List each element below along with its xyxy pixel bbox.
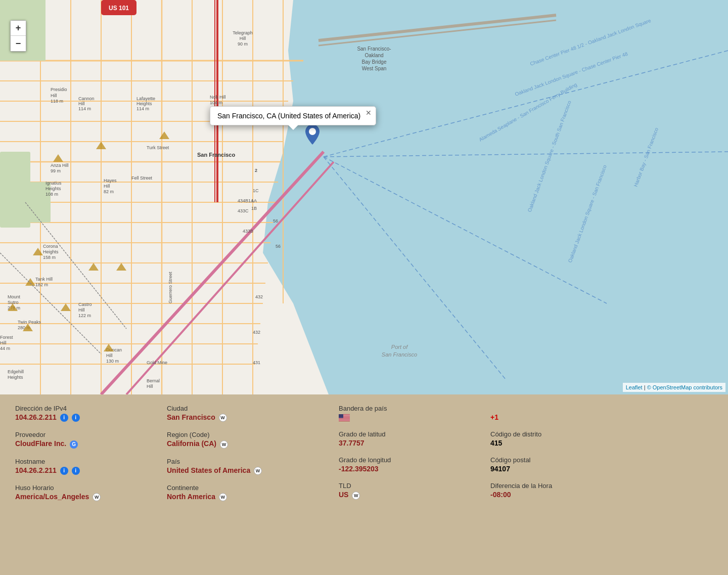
svg-text:Hill: Hill xyxy=(104,184,110,189)
svg-rect-138 xyxy=(339,418,350,419)
svg-text:Twin Peaks: Twin Peaks xyxy=(18,320,41,325)
region-label: Region (Code) xyxy=(167,431,318,438)
tld-group: TLD US W xyxy=(339,482,470,499)
timezone-group: Huso Horario America/Los_Angeles W xyxy=(15,484,147,501)
continent-wiki-icon[interactable]: W xyxy=(219,493,227,501)
ipv4-value: 104.26.2.211 i i xyxy=(15,413,147,422)
ipv4-info-icon-1[interactable]: i xyxy=(60,414,68,422)
svg-text:108 m: 108 m xyxy=(46,192,58,197)
zoom-out-button[interactable]: − xyxy=(11,36,26,51)
country-value: United States of America W xyxy=(167,466,318,475)
svg-text:San Francisco-: San Francisco- xyxy=(357,46,391,52)
map-popup: San Francisco, CA (United States of Amer… xyxy=(210,106,376,125)
tld-wiki-icon[interactable]: W xyxy=(352,492,360,500)
time-diff-label: Diferencia de la Hora xyxy=(490,482,632,490)
info-col4: +1 Código de distrito 415 Código postal … xyxy=(490,405,632,524)
map-container[interactable]: US 101 San Francisco Presidio Hill 118 m… xyxy=(0,0,728,394)
timezone-wiki-icon[interactable]: W xyxy=(93,493,101,501)
postal-code-value: 94107 xyxy=(490,465,632,473)
svg-text:82 m: 82 m xyxy=(104,189,114,194)
svg-text:Fell Street: Fell Street xyxy=(131,175,153,181)
popup-close-button[interactable]: ✕ xyxy=(366,109,372,116)
svg-text:Heights: Heights xyxy=(46,186,61,191)
svg-text:San Francisco: San Francisco xyxy=(382,351,417,358)
ipv4-label: Dirección de IPv4 xyxy=(15,405,147,412)
svg-point-130 xyxy=(309,128,316,135)
ipv4-info-icon-2[interactable]: i xyxy=(72,414,80,422)
zoom-in-button[interactable]: + xyxy=(11,21,26,36)
continent-value: North America W xyxy=(167,493,318,501)
provider-google-icon[interactable]: G xyxy=(70,440,78,449)
time-diff-group: Diferencia de la Hora -08:00 xyxy=(490,482,632,499)
svg-text:West Span: West Span xyxy=(362,66,387,71)
svg-text:Ignatius: Ignatius xyxy=(46,181,62,186)
map-attribution: Leaflet | © OpenStreetMap contributors xyxy=(623,383,725,392)
continent-group: Continente North America W xyxy=(167,484,318,501)
city-wiki-icon[interactable]: W xyxy=(219,414,227,422)
region-value: California (CA) W xyxy=(167,439,318,448)
svg-text:Heights: Heights xyxy=(136,101,152,106)
svg-text:Nob Hill: Nob Hill xyxy=(210,95,226,100)
osm-link[interactable]: © OpenStreetMap contributors xyxy=(647,384,722,390)
timezone-label: Huso Horario xyxy=(15,484,147,492)
svg-text:Mount: Mount xyxy=(8,294,21,299)
svg-text:Cannon: Cannon xyxy=(78,96,95,101)
svg-rect-141 xyxy=(339,420,350,420)
tld-value: US W xyxy=(339,491,470,499)
area-code-group: Código de distrito 415 xyxy=(490,430,632,447)
svg-text:158 m: 158 m xyxy=(43,255,56,260)
svg-text:Hill: Hill xyxy=(0,340,7,345)
flag-group: Bandera de país xyxy=(339,405,470,421)
svg-text:Telegraph: Telegraph xyxy=(233,30,253,35)
svg-text:San Francisco: San Francisco xyxy=(197,152,235,158)
region-group: Region (Code) California (CA) W xyxy=(167,431,318,448)
region-wiki-icon[interactable]: W xyxy=(220,440,228,449)
svg-text:Hill: Hill xyxy=(106,353,113,358)
svg-text:Hill: Hill xyxy=(78,101,85,106)
hostname-info-icon-2[interactable]: i xyxy=(72,467,80,475)
city-label: Ciudad xyxy=(167,405,318,412)
svg-text:Hill: Hill xyxy=(240,36,246,41)
longitude-group: Grado de longitud -122.395203 xyxy=(339,456,470,473)
svg-text:431: 431 xyxy=(253,360,260,365)
ipv4-group: Dirección de IPv4 104.26.2.211 i i xyxy=(15,405,147,422)
hostname-value: 104.26.2.211 i i xyxy=(15,466,147,475)
svg-text:114 m: 114 m xyxy=(136,106,149,111)
info-col2: Ciudad San Francisco W Region (Code) Cal… xyxy=(167,405,318,524)
svg-text:104 m: 104 m xyxy=(210,100,222,105)
timezone-value: America/Los_Angeles W xyxy=(15,493,147,501)
svg-text:122 m: 122 m xyxy=(78,313,91,318)
svg-text:Hill: Hill xyxy=(147,384,153,389)
svg-text:Edgehill: Edgehill xyxy=(8,369,24,374)
svg-text:Hill: Hill xyxy=(78,307,85,313)
svg-text:Turk Street: Turk Street xyxy=(147,145,169,150)
svg-text:433B: 433B xyxy=(243,229,253,234)
provider-group: Proveedor CloudFlare Inc. G xyxy=(15,431,147,448)
svg-text:90 m: 90 m xyxy=(238,41,248,47)
time-diff-value: -08:00 xyxy=(490,491,632,499)
popup-text: San Francisco, CA (United States of Amer… xyxy=(217,112,360,120)
latitude-value: 37.7757 xyxy=(339,439,470,447)
svg-text:432: 432 xyxy=(255,294,263,299)
longitude-label: Grado de longitud xyxy=(339,456,470,464)
map-location-pin[interactable] xyxy=(305,124,320,147)
svg-text:130 m: 130 m xyxy=(106,359,119,364)
country-wiki-icon[interactable]: W xyxy=(254,467,262,475)
svg-text:Anza Hill: Anza Hill xyxy=(51,163,69,168)
continent-label: Continente xyxy=(167,484,318,492)
hostname-label: Hostname xyxy=(15,458,147,465)
info-panel: Dirección de IPv4 104.26.2.211 i i Prove… xyxy=(0,394,728,575)
svg-text:Heights: Heights xyxy=(8,375,23,380)
svg-rect-142 xyxy=(339,420,350,421)
leaflet-link[interactable]: Leaflet xyxy=(626,384,643,390)
svg-text:99 m: 99 m xyxy=(51,168,61,173)
postal-code-group: Código postal 94107 xyxy=(490,456,632,473)
svg-text:2: 2 xyxy=(255,168,257,173)
svg-text:Forest: Forest xyxy=(0,335,13,340)
country-group: País United States of America W xyxy=(167,458,318,475)
provider-label: Proveedor xyxy=(15,431,147,438)
svg-text:433C: 433C xyxy=(238,208,249,213)
svg-rect-143 xyxy=(339,421,350,421)
svg-text:56: 56 xyxy=(276,244,281,249)
hostname-info-icon-1[interactable]: i xyxy=(60,467,68,475)
